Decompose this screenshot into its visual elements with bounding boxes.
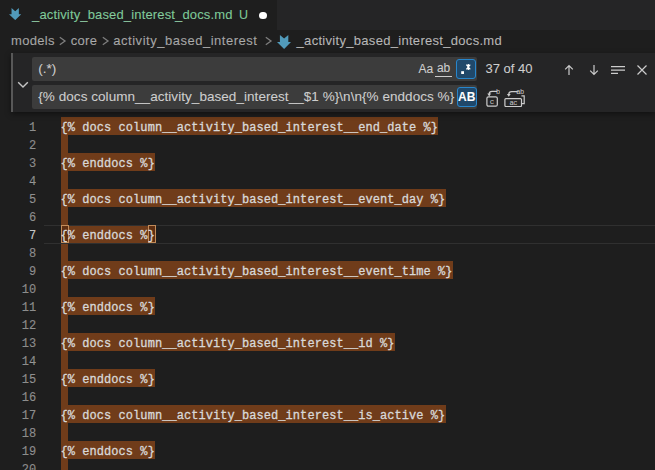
svg-text:ac: ac (509, 99, 517, 107)
svg-text:ab: ab (516, 89, 524, 96)
svg-text:b: b (496, 89, 500, 96)
svg-text:c: c (490, 98, 495, 106)
